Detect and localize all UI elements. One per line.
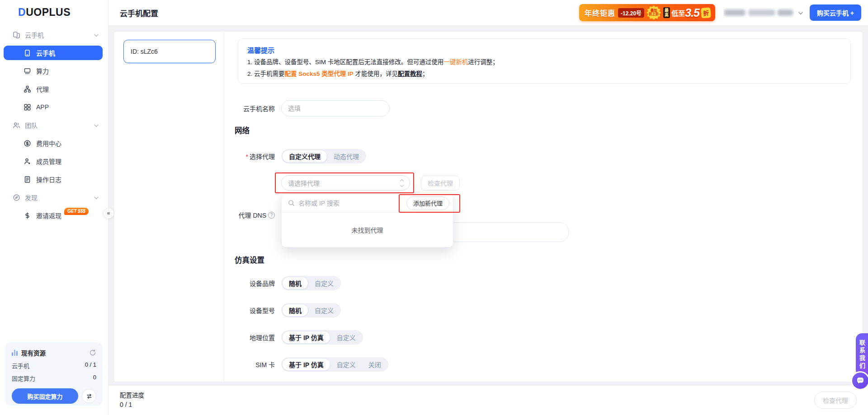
sidebar-collapse-button[interactable]: « xyxy=(103,208,114,219)
chat-bubble-icon xyxy=(856,376,865,385)
duoplus-logo[interactable]: DUOPLUS xyxy=(18,6,71,19)
grid-icon xyxy=(24,103,31,111)
promo-main-text: 年终钜惠 xyxy=(585,7,615,18)
resource-row-compute: 固定算力0 xyxy=(12,374,96,382)
promo-star-badge: 叠加折上折 xyxy=(646,5,661,20)
chevron-down-icon xyxy=(798,10,803,14)
swap-icon xyxy=(86,393,93,400)
proxy-search-row: 添加新代理 xyxy=(282,194,453,213)
sim-ip-simulation[interactable]: 基于 IP 仿真 xyxy=(282,358,330,371)
proxy-empty-state: 未找到代理 xyxy=(282,213,453,247)
compass-icon xyxy=(13,194,20,201)
buy-cloud-phone-button[interactable]: 购买云手机 + xyxy=(810,5,861,21)
device-brand-segmented: 随机 自定义 xyxy=(281,276,341,290)
help-icon[interactable]: ? xyxy=(268,212,275,219)
contact-us-tab[interactable]: 联系我们 xyxy=(856,333,868,377)
proxy-type-segmented: 自定义代理 动态代理 xyxy=(281,149,366,163)
chevron-down-icon xyxy=(94,122,99,127)
member-icon xyxy=(24,158,31,165)
proxy-dns-label: 代理 DNS ? xyxy=(238,210,275,219)
proxy-type-row: *选择代理 自定义代理 动态代理 xyxy=(238,149,851,163)
search-icon xyxy=(288,200,295,206)
contact-us-label: 联系我们 xyxy=(858,340,866,370)
instance-card[interactable]: ID: sLZc6 xyxy=(123,40,216,63)
invite-badge: GET $$$ xyxy=(64,208,89,215)
phone-name-input[interactable] xyxy=(281,100,390,117)
proxy-select-placeholder: 请选择代理 xyxy=(288,178,320,187)
footer-check-proxy-button[interactable]: 检查代理 xyxy=(814,392,857,409)
check-proxy-button[interactable]: 检查代理 xyxy=(421,176,460,191)
sidebar-group-team[interactable]: 团队 xyxy=(4,118,103,132)
sim-custom[interactable]: 自定义 xyxy=(330,358,362,371)
promo-banner[interactable]: 年终钜惠 -12.20号 叠加折上折 最高 低至 3.5 折 xyxy=(579,4,715,21)
compute-icon xyxy=(24,67,31,75)
resources-title: 现有资源 xyxy=(21,348,46,357)
dollar-icon xyxy=(24,212,31,219)
proxy-type-label: *选择代理 xyxy=(238,152,275,161)
instance-id: ID: sLZc6 xyxy=(131,48,158,55)
proxy-search-input[interactable] xyxy=(298,200,406,207)
sidebar-item-app[interactable]: APP xyxy=(4,100,103,114)
header: 云手机配置 年终钜惠 -12.20号 叠加折上折 最高 低至 3.5 折 购买云… xyxy=(108,0,868,26)
log-icon xyxy=(24,176,31,183)
proxy-select[interactable]: 请选择代理 xyxy=(281,175,410,191)
sidebar-item-members[interactable]: 成员管理 xyxy=(4,154,103,168)
user-account[interactable] xyxy=(723,8,802,18)
sidebar-item-invite[interactable]: 邀请返现 GET $$$ xyxy=(4,208,103,223)
sidebar-group-cloud-phone[interactable]: 云手机 xyxy=(4,28,103,42)
refresh-icon[interactable] xyxy=(89,349,96,356)
buy-compute-button[interactable]: 购买固定算力 xyxy=(12,388,78,404)
footer-bar: 配置进度 0 / 1 检查代理 xyxy=(108,385,868,415)
proxy-dropdown: 添加新代理 未找到代理 xyxy=(281,193,453,247)
proxy-type-option-dynamic[interactable]: 动态代理 xyxy=(327,150,365,163)
device-model-label: 设备型号 xyxy=(238,306,275,315)
progress-value: 0 / 1 xyxy=(120,401,144,408)
device-brand-custom[interactable]: 自定义 xyxy=(308,277,340,289)
phone-name-row: 云手机名称 xyxy=(238,100,851,117)
sidebar-item-compute[interactable]: 算力 xyxy=(4,64,103,78)
device-brand-row: 设备品牌 随机 自定义 xyxy=(238,276,851,290)
geo-location-row: 地理位置 基于 IP 仿真 自定义 xyxy=(238,330,851,345)
sidebar-item-cloud-phone[interactable]: 云手机 xyxy=(4,46,103,60)
sidebar-item-proxy[interactable]: 代理 xyxy=(4,82,103,96)
chat-button[interactable] xyxy=(851,371,868,390)
tip-line-2: 2. 云手机需要配置 Socks5 类型代理 IP 才能使用，详见配置教程； xyxy=(247,70,841,78)
content-area: ID: sLZc6 温馨提示 1. 设备品牌、设备型号、SIM 卡地区配置后无法… xyxy=(108,26,868,385)
user-name-redacted xyxy=(723,8,795,18)
promo-discount-number: 3.5 xyxy=(685,6,699,19)
device-model-segmented: 随机 自定义 xyxy=(281,303,341,317)
device-brand-random[interactable]: 随机 xyxy=(282,277,308,289)
one-key-new-device-link[interactable]: 一键新机 xyxy=(443,59,468,65)
sidebar-item-logs[interactable]: 操作日志 xyxy=(4,172,103,187)
config-form: 温馨提示 1. 设备品牌、设备型号、SIM 卡地区配置后无法直接修改。但可通过使… xyxy=(224,32,862,382)
sim-card-label: SIM 卡 xyxy=(238,360,275,369)
instance-list: ID: sLZc6 xyxy=(114,32,224,382)
config-panel: ID: sLZc6 温馨提示 1. 设备品牌、设备型号、SIM 卡地区配置后无法… xyxy=(114,32,862,382)
promo-low-to: 低至 xyxy=(671,8,685,18)
config-tutorial-link[interactable]: 配置教程 xyxy=(398,70,422,77)
promo-max-label: 最高 xyxy=(663,7,670,18)
device-model-custom[interactable]: 自定义 xyxy=(308,304,340,317)
tip-line-1: 1. 设备品牌、设备型号、SIM 卡地区配置后无法直接修改。但可通过使用一键新机… xyxy=(247,58,841,66)
add-proxy-button[interactable]: 添加新代理 xyxy=(406,196,449,210)
device-model-random[interactable]: 随机 xyxy=(282,304,308,317)
sidebar-nav: 云手机 云手机 算力 代理 APP 团队 费用中心 xyxy=(0,28,108,226)
page-title: 云手机配置 xyxy=(120,7,158,19)
device-brand-label: 设备品牌 xyxy=(238,279,275,288)
sim-card-segmented: 基于 IP 仿真 自定义 关闭 xyxy=(281,357,388,372)
bar-chart-icon xyxy=(12,350,18,356)
geo-custom[interactable]: 自定义 xyxy=(330,331,362,344)
sidebar-group-discover[interactable]: 发现 xyxy=(4,190,103,205)
progress-label: 配置进度 xyxy=(120,390,144,399)
resources-card: 现有资源 云手机0 / 1 固定算力0 购买固定算力 xyxy=(5,342,103,406)
proxy-select-row: 请选择代理 检查代理 xyxy=(238,175,851,191)
simulation-section-heading: 仿真设置 xyxy=(235,254,264,265)
sim-off[interactable]: 关闭 xyxy=(362,358,387,371)
geo-ip-simulation[interactable]: 基于 IP 仿真 xyxy=(282,331,330,344)
logo-d: D xyxy=(18,6,26,18)
promo-date: -12.20号 xyxy=(618,8,644,18)
sidebar-item-billing[interactable]: 费用中心 xyxy=(4,136,103,150)
proxy-type-option-custom[interactable]: 自定义代理 xyxy=(282,150,327,163)
swap-button[interactable] xyxy=(82,389,96,403)
select-caret-icon xyxy=(401,180,403,187)
